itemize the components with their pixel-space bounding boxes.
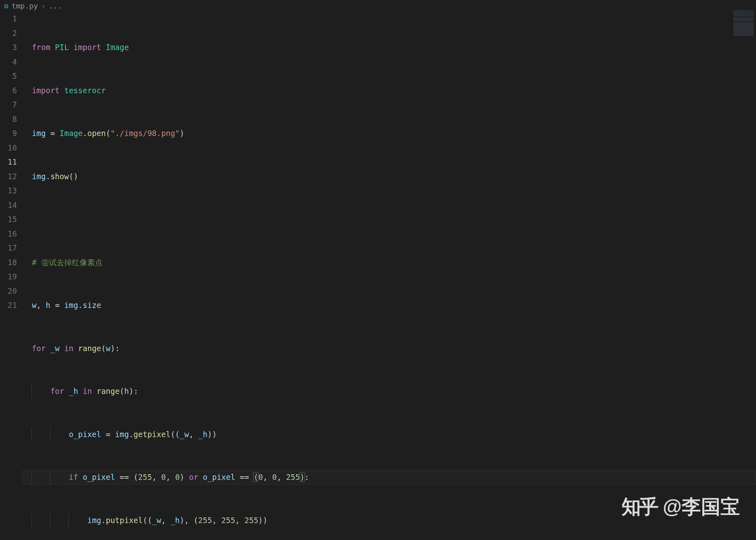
code-line[interactable]: for _w in range(w): <box>23 341 756 356</box>
line-number: 4 <box>0 55 17 69</box>
python-file-icon: ⚙ <box>4 2 8 10</box>
line-number: 21 <box>0 298 17 313</box>
code-area[interactable]: from PIL import Image import tesserocr i… <box>23 12 756 540</box>
line-number: 17 <box>0 241 17 255</box>
code-line[interactable]: o_pixel = img.getpixel((_w, _h)) <box>23 427 756 442</box>
code-line[interactable]: # 尝试去掉红像素点 <box>23 255 756 270</box>
line-number: 2 <box>0 26 17 41</box>
breadcrumb-file[interactable]: tmp.py <box>12 2 38 10</box>
line-number: 20 <box>0 284 17 299</box>
code-line[interactable]: img.show() <box>23 170 756 184</box>
code-line[interactable]: from PIL import Image <box>23 40 756 55</box>
line-number: 6 <box>0 84 17 98</box>
line-number: 18 <box>0 255 17 270</box>
line-number: 8 <box>0 112 17 127</box>
line-number: 5 <box>0 69 17 84</box>
code-line[interactable]: for _h in range(h): <box>23 384 756 399</box>
code-editor[interactable]: 1 2 3 4 5 6 7 8 9 10 11 12 13 14 15 16 1… <box>0 12 756 540</box>
zhihu-logo-icon: 知乎 <box>622 494 657 520</box>
line-number-gutter: 1 2 3 4 5 6 7 8 9 10 11 12 13 14 15 16 1… <box>0 12 23 540</box>
watermark-author: @李国宝 <box>663 494 740 520</box>
line-number: 3 <box>0 40 17 55</box>
line-number: 12 <box>0 170 17 184</box>
line-number: 16 <box>0 227 17 241</box>
line-number: 19 <box>0 270 17 284</box>
code-line[interactable]: if o_pixel == (255, 0, 0) or o_pixel == … <box>23 470 756 485</box>
line-number: 13 <box>0 184 17 198</box>
line-number: 11 <box>0 155 17 170</box>
line-number: 7 <box>0 98 17 112</box>
minimap[interactable] <box>733 10 754 42</box>
code-line[interactable]: import tesserocr <box>23 84 756 98</box>
code-line[interactable] <box>23 212 756 227</box>
code-line[interactable]: w, h = img.size <box>23 298 756 313</box>
line-number: 1 <box>0 12 17 26</box>
line-number: 10 <box>0 141 17 155</box>
breadcrumb-more[interactable]: ... <box>49 2 62 10</box>
line-number: 14 <box>0 198 17 213</box>
watermark: 知乎 @李国宝 <box>622 494 740 520</box>
breadcrumb-separator: › <box>41 2 46 10</box>
breadcrumb[interactable]: ⚙ tmp.py › ... <box>0 0 756 12</box>
line-number: 9 <box>0 126 17 141</box>
line-number: 15 <box>0 212 17 227</box>
code-line[interactable]: img = Image.open("./imgs/98.png") <box>23 126 756 141</box>
